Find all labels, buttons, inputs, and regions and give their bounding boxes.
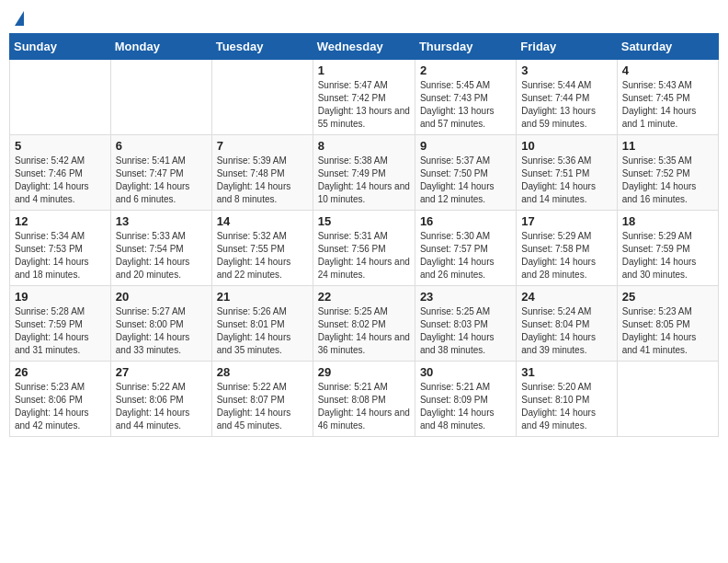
calendar-cell: 27Sunrise: 5:22 AM Sunset: 8:06 PM Dayli… [110, 362, 211, 437]
day-info: Sunrise: 5:25 AM Sunset: 8:03 PM Dayligh… [420, 305, 511, 357]
day-number: 8 [318, 139, 410, 153]
calendar-week-row: 1Sunrise: 5:47 AM Sunset: 7:42 PM Daylig… [10, 60, 719, 135]
calendar-week-row: 5Sunrise: 5:42 AM Sunset: 7:46 PM Daylig… [10, 135, 719, 211]
calendar-cell: 26Sunrise: 5:23 AM Sunset: 8:06 PM Dayli… [10, 362, 111, 437]
day-info: Sunrise: 5:25 AM Sunset: 8:02 PM Dayligh… [318, 305, 410, 357]
calendar-cell: 14Sunrise: 5:32 AM Sunset: 7:55 PM Dayli… [211, 211, 313, 286]
day-number: 22 [318, 290, 410, 304]
day-info: Sunrise: 5:35 AM Sunset: 7:52 PM Dayligh… [622, 155, 713, 206]
calendar-cell: 5Sunrise: 5:42 AM Sunset: 7:46 PM Daylig… [10, 135, 111, 211]
day-header-sunday: Sunday [10, 34, 111, 60]
day-number: 12 [15, 214, 106, 228]
day-number: 7 [217, 139, 308, 153]
day-info: Sunrise: 5:21 AM Sunset: 8:08 PM Dayligh… [318, 381, 410, 432]
day-info: Sunrise: 5:41 AM Sunset: 7:47 PM Dayligh… [116, 155, 207, 206]
day-header-monday: Monday [110, 34, 211, 60]
calendar-cell: 2Sunrise: 5:45 AM Sunset: 7:43 PM Daylig… [415, 60, 516, 135]
day-info: Sunrise: 5:31 AM Sunset: 7:56 PM Dayligh… [318, 230, 410, 282]
day-header-thursday: Thursday [415, 34, 516, 60]
day-number: 19 [15, 290, 106, 304]
calendar-week-row: 12Sunrise: 5:34 AM Sunset: 7:53 PM Dayli… [10, 211, 719, 286]
day-header-saturday: Saturday [617, 34, 718, 60]
logo [13, 13, 24, 26]
calendar-week-row: 26Sunrise: 5:23 AM Sunset: 8:06 PM Dayli… [10, 362, 719, 437]
day-info: Sunrise: 5:23 AM Sunset: 8:05 PM Dayligh… [622, 305, 713, 357]
calendar-cell: 6Sunrise: 5:41 AM Sunset: 7:47 PM Daylig… [110, 135, 211, 211]
day-info: Sunrise: 5:29 AM Sunset: 7:58 PM Dayligh… [521, 230, 611, 282]
day-number: 2 [420, 63, 511, 77]
calendar-cell: 15Sunrise: 5:31 AM Sunset: 7:56 PM Dayli… [313, 211, 415, 286]
calendar-cell: 11Sunrise: 5:35 AM Sunset: 7:52 PM Dayli… [617, 135, 718, 211]
day-number: 30 [420, 365, 511, 379]
calendar-cell: 4Sunrise: 5:43 AM Sunset: 7:45 PM Daylig… [617, 60, 718, 135]
calendar-cell: 28Sunrise: 5:22 AM Sunset: 8:07 PM Dayli… [211, 362, 313, 437]
day-header-friday: Friday [517, 34, 617, 60]
calendar-cell: 19Sunrise: 5:28 AM Sunset: 7:59 PM Dayli… [10, 286, 111, 362]
calendar-cell: 30Sunrise: 5:21 AM Sunset: 8:09 PM Dayli… [415, 362, 516, 437]
day-info: Sunrise: 5:28 AM Sunset: 7:59 PM Dayligh… [15, 305, 106, 357]
day-number: 27 [116, 365, 207, 379]
day-number: 6 [116, 139, 207, 153]
day-info: Sunrise: 5:30 AM Sunset: 7:57 PM Dayligh… [420, 230, 511, 282]
day-number: 9 [420, 139, 511, 153]
day-number: 26 [15, 365, 106, 379]
day-info: Sunrise: 5:47 AM Sunset: 7:42 PM Dayligh… [318, 79, 410, 131]
calendar-cell: 10Sunrise: 5:36 AM Sunset: 7:51 PM Dayli… [517, 135, 617, 211]
day-number: 29 [318, 365, 410, 379]
calendar-cell [110, 60, 211, 135]
day-info: Sunrise: 5:36 AM Sunset: 7:51 PM Dayligh… [521, 155, 611, 206]
day-info: Sunrise: 5:22 AM Sunset: 8:07 PM Dayligh… [217, 381, 308, 432]
day-number: 28 [217, 365, 308, 379]
day-number: 13 [116, 214, 207, 228]
day-info: Sunrise: 5:29 AM Sunset: 7:59 PM Dayligh… [622, 230, 713, 282]
day-info: Sunrise: 5:34 AM Sunset: 7:53 PM Dayligh… [15, 230, 106, 282]
calendar-cell [10, 60, 111, 135]
calendar-cell: 25Sunrise: 5:23 AM Sunset: 8:05 PM Dayli… [617, 286, 718, 362]
logo-triangle-icon [15, 11, 24, 26]
day-info: Sunrise: 5:37 AM Sunset: 7:50 PM Dayligh… [420, 155, 511, 206]
day-info: Sunrise: 5:44 AM Sunset: 7:44 PM Dayligh… [521, 79, 611, 131]
day-number: 16 [420, 214, 511, 228]
day-number: 17 [521, 214, 611, 228]
day-header-tuesday: Tuesday [211, 34, 313, 60]
day-info: Sunrise: 5:32 AM Sunset: 7:55 PM Dayligh… [217, 230, 308, 282]
day-info: Sunrise: 5:42 AM Sunset: 7:46 PM Dayligh… [15, 155, 106, 206]
day-number: 18 [622, 214, 713, 228]
day-info: Sunrise: 5:21 AM Sunset: 8:09 PM Dayligh… [420, 381, 511, 432]
day-number: 10 [521, 139, 611, 153]
day-info: Sunrise: 5:43 AM Sunset: 7:45 PM Dayligh… [622, 79, 713, 131]
day-number: 5 [15, 139, 106, 153]
day-info: Sunrise: 5:33 AM Sunset: 7:54 PM Dayligh… [116, 230, 207, 282]
calendar-table: SundayMondayTuesdayWednesdayThursdayFrid… [9, 33, 719, 437]
day-number: 3 [521, 63, 611, 77]
day-info: Sunrise: 5:39 AM Sunset: 7:48 PM Dayligh… [217, 155, 308, 206]
day-info: Sunrise: 5:45 AM Sunset: 7:43 PM Dayligh… [420, 79, 511, 131]
day-number: 14 [217, 214, 308, 228]
day-number: 15 [318, 214, 410, 228]
calendar-cell: 22Sunrise: 5:25 AM Sunset: 8:02 PM Dayli… [313, 286, 415, 362]
day-info: Sunrise: 5:26 AM Sunset: 8:01 PM Dayligh… [217, 305, 308, 357]
day-number: 4 [622, 63, 713, 77]
day-number: 23 [420, 290, 511, 304]
calendar-cell: 8Sunrise: 5:38 AM Sunset: 7:49 PM Daylig… [313, 135, 415, 211]
day-number: 24 [521, 290, 611, 304]
calendar-cell: 16Sunrise: 5:30 AM Sunset: 7:57 PM Dayli… [415, 211, 516, 286]
day-number: 31 [521, 365, 611, 379]
calendar-cell: 31Sunrise: 5:20 AM Sunset: 8:10 PM Dayli… [517, 362, 617, 437]
calendar-cell: 20Sunrise: 5:27 AM Sunset: 8:00 PM Dayli… [110, 286, 211, 362]
calendar-cell [617, 362, 718, 437]
calendar-cell: 12Sunrise: 5:34 AM Sunset: 7:53 PM Dayli… [10, 211, 111, 286]
page-header [9, 9, 719, 26]
day-info: Sunrise: 5:24 AM Sunset: 8:04 PM Dayligh… [521, 305, 611, 357]
calendar-cell: 9Sunrise: 5:37 AM Sunset: 7:50 PM Daylig… [415, 135, 516, 211]
calendar-cell: 23Sunrise: 5:25 AM Sunset: 8:03 PM Dayli… [415, 286, 516, 362]
day-info: Sunrise: 5:27 AM Sunset: 8:00 PM Dayligh… [116, 305, 207, 357]
calendar-cell: 7Sunrise: 5:39 AM Sunset: 7:48 PM Daylig… [211, 135, 313, 211]
calendar-cell: 24Sunrise: 5:24 AM Sunset: 8:04 PM Dayli… [517, 286, 617, 362]
calendar-cell [211, 60, 313, 135]
calendar-cell: 29Sunrise: 5:21 AM Sunset: 8:08 PM Dayli… [313, 362, 415, 437]
calendar-cell: 3Sunrise: 5:44 AM Sunset: 7:44 PM Daylig… [517, 60, 617, 135]
calendar-cell: 17Sunrise: 5:29 AM Sunset: 7:58 PM Dayli… [517, 211, 617, 286]
day-number: 25 [622, 290, 713, 304]
day-header-wednesday: Wednesday [313, 34, 415, 60]
